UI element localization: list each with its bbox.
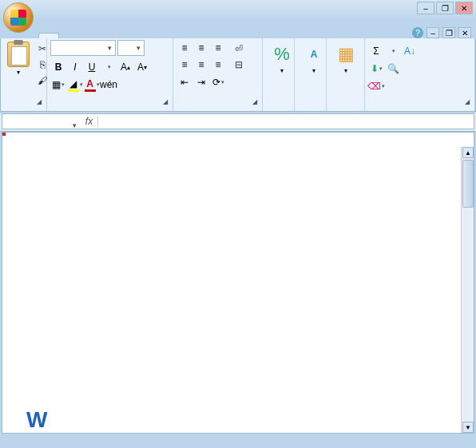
shrink-font-button[interactable]: A▾ <box>134 59 150 75</box>
vertical-scrollbar[interactable]: ▲ ▼ <box>461 147 474 433</box>
group-label-clipboard <box>4 98 43 111</box>
border-button[interactable]: ▦ <box>50 77 66 93</box>
chevron-down-icon: ▾ <box>344 67 347 74</box>
align-left-icon[interactable]: ≡ <box>177 57 192 73</box>
autosum-more[interactable] <box>385 43 401 59</box>
formula-bar-wrap: fx <box>0 113 476 132</box>
group-clipboard: ▾ ✂ ⎘ 🖌 <box>1 38 47 111</box>
fill-color-button[interactable]: ◢ <box>67 77 83 93</box>
group-font: B I U A▴ A▾ ▦ ◢ A wén <box>47 38 173 111</box>
autosum-icon[interactable]: Σ <box>368 43 384 59</box>
ribbon: ▾ ✂ ⎘ 🖌 B I U A▴ A▾ <box>0 38 476 112</box>
underline-more-button[interactable] <box>101 59 117 75</box>
wrap-text-icon[interactable]: ⏎ <box>232 42 246 56</box>
scroll-down-icon[interactable]: ▼ <box>462 422 474 433</box>
grow-font-button[interactable]: A▴ <box>117 59 133 75</box>
watermark-logo-icon: W <box>26 407 47 433</box>
minimize-ribbon-button[interactable]: – <box>426 27 439 38</box>
align-bottom-icon[interactable]: ≡ <box>210 40 226 56</box>
italic-button[interactable]: I <box>67 59 83 75</box>
bucket-icon: ◢ <box>69 78 77 89</box>
tab-review[interactable] <box>150 33 171 38</box>
minimize-button[interactable]: – <box>417 2 434 14</box>
chevron-down-icon: ▾ <box>17 69 20 76</box>
group-label-font <box>50 98 169 111</box>
font-name-combo[interactable] <box>50 40 116 56</box>
chevron-down-icon: ▾ <box>312 67 315 74</box>
clear-icon[interactable]: ⌫ <box>368 78 384 94</box>
align-top-icon[interactable]: ≡ <box>177 40 192 56</box>
increase-indent-icon[interactable]: ⇥ <box>193 74 209 90</box>
orientation-icon[interactable]: ⟳ <box>210 74 226 90</box>
quick-access-toolbar <box>40 4 105 17</box>
scroll-thumb[interactable] <box>462 160 474 208</box>
cells-icon: ▦ <box>333 42 359 67</box>
tab-addins[interactable] <box>195 33 216 38</box>
tab-page-layout[interactable] <box>83 33 104 38</box>
merge-center-icon[interactable]: ⊟ <box>232 57 246 72</box>
bold-button[interactable]: B <box>50 59 66 75</box>
title-bar: – ❐ ✕ <box>0 0 476 21</box>
align-right-icon[interactable]: ≡ <box>210 57 226 73</box>
align-middle-icon[interactable]: ≡ <box>193 40 209 56</box>
phonetic-button[interactable]: wén <box>101 77 117 93</box>
worksheet: ▲ ▼ W <box>2 132 474 434</box>
group-styles: A ▾ . <box>295 38 327 111</box>
decrease-indent-icon[interactable]: ⇤ <box>177 74 192 90</box>
chevron-down-icon: ▾ <box>280 67 284 74</box>
window-controls: – ❐ ✕ <box>417 2 473 14</box>
tab-data[interactable] <box>128 33 149 38</box>
styles-icon: A <box>301 42 327 67</box>
group-alignment: ≡ ≡ ≡ ≡ ≡ ≡ ⇤ ⇥ ⟳ ⏎ ⊟ <box>173 38 263 111</box>
save-icon[interactable] <box>40 4 53 17</box>
number-format-button[interactable]: % ▾ <box>266 40 298 76</box>
office-button[interactable] <box>3 2 34 33</box>
ribbon-tabs: ? – ❐ ✕ <box>0 21 476 38</box>
office-logo-icon <box>10 10 26 26</box>
tab-formulas[interactable] <box>105 33 126 38</box>
help-icon[interactable]: ? <box>412 27 423 38</box>
font-color-button[interactable]: A <box>84 77 100 93</box>
cells-button[interactable]: ▦ ▾ <box>330 40 362 76</box>
font-size-combo[interactable] <box>117 40 145 56</box>
group-label-editing <box>368 98 471 111</box>
redo-icon[interactable] <box>75 4 88 17</box>
styles-button[interactable]: A ▾ <box>298 40 330 76</box>
group-number: % ▾ . <box>263 38 295 111</box>
align-center-icon[interactable]: ≡ <box>193 57 209 73</box>
group-label-alignment <box>177 98 259 111</box>
tab-home[interactable] <box>38 33 59 38</box>
group-cells: ▦ ▾ . <box>327 38 365 111</box>
restore-workbook-button[interactable]: ❐ <box>442 27 455 38</box>
close-button[interactable]: ✕ <box>455 2 473 14</box>
paste-button[interactable]: ▾ <box>4 40 33 77</box>
tab-view[interactable] <box>173 33 193 38</box>
group-editing: ΣA↓ ⬇🔍 ⌫ <box>365 38 475 111</box>
fill-icon[interactable]: ⬇ <box>368 61 384 77</box>
percent-icon: % <box>269 42 295 67</box>
undo-icon[interactable] <box>58 4 70 17</box>
sort-filter-icon[interactable]: A↓ <box>402 43 418 59</box>
fx-icon[interactable]: fx <box>81 116 98 127</box>
paste-icon <box>7 42 30 67</box>
restore-button[interactable]: ❐ <box>436 2 454 14</box>
underline-button[interactable]: U <box>84 59 100 75</box>
formula-bar: fx <box>2 113 474 129</box>
highlight-box <box>2 133 6 136</box>
close-workbook-button[interactable]: ✕ <box>458 27 471 38</box>
scroll-up-icon[interactable]: ▲ <box>462 147 474 158</box>
qat-customize-icon[interactable] <box>93 4 105 17</box>
find-select-icon[interactable]: 🔍 <box>385 61 401 77</box>
tab-insert[interactable] <box>61 33 81 38</box>
